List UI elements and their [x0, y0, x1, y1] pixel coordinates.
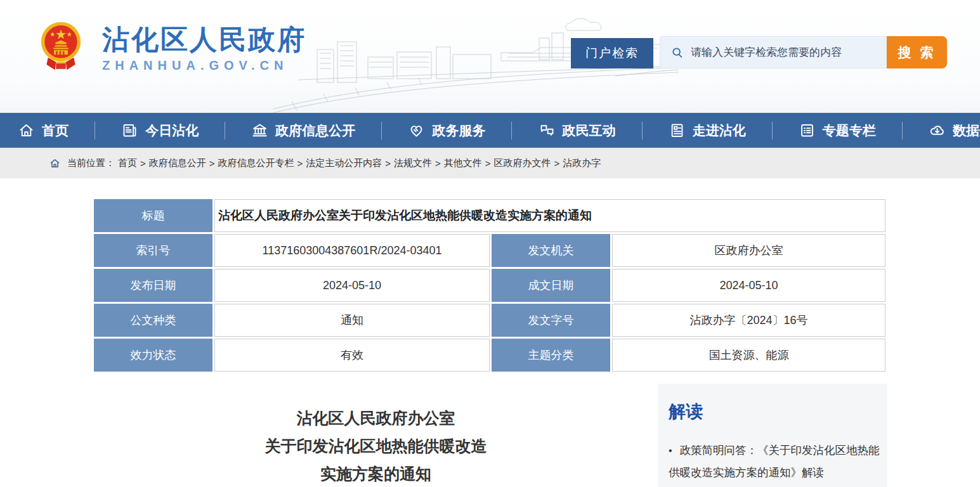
nav-item-enter-zhanhua[interactable]: 走进沾化: [669, 122, 746, 140]
breadcrumb-item-district-office-files[interactable]: 区政府办文件: [494, 157, 551, 169]
field-label-index-number: 索引号: [94, 234, 212, 267]
nav-item-label: 数据开放: [953, 122, 980, 140]
field-value-subject-category: 国土资源、能源: [612, 339, 885, 372]
interpretation-panel-title: 解读: [669, 400, 881, 423]
list-icon: [799, 122, 816, 139]
interpretation-panel: 解读 •政策简明问答：《关于印发沾化区地热能供暖改造实施方案的通知》解读: [658, 384, 887, 487]
interpretation-link[interactable]: •政策简明问答：《关于印发沾化区地热能供暖改造实施方案的通知》解读: [669, 439, 881, 483]
home-icon: [18, 122, 35, 139]
breadcrumb-separator: >: [385, 158, 391, 169]
nav-separator: [902, 122, 903, 140]
nav-item-label: 首页: [42, 122, 69, 140]
cloud-download-icon: [929, 122, 946, 139]
field-value-issuing-agency: 区政府办公室: [612, 234, 885, 267]
breadcrumb-separator: >: [485, 158, 491, 169]
nav-item-label: 走进沾化: [693, 122, 746, 140]
field-label-publish-date: 发布日期: [94, 269, 212, 302]
field-label-written-date: 成文日期: [492, 269, 610, 302]
field-value-document-number: 沾政办字〔2024〕16号: [612, 304, 885, 337]
field-value-index-number: 11371603004387601R/2024-03401: [214, 234, 490, 267]
national-emblem-icon: [36, 16, 86, 80]
handshake-heart-icon: [408, 122, 425, 139]
breadcrumb-separator: >: [140, 158, 146, 169]
nav-item-home[interactable]: 首页: [18, 122, 69, 140]
document-title-line: 关于印发沾化区地热能供暖改造: [94, 432, 658, 460]
breadcrumb-separator: >: [209, 158, 215, 169]
field-label-title: 标题: [94, 199, 212, 232]
portal-search-button[interactable]: 门户检索: [571, 38, 653, 68]
newspaper-icon: [121, 122, 138, 139]
nav-separator: [772, 122, 773, 140]
nav-item-government-info[interactable]: 政府信息公开: [251, 122, 355, 140]
nav-separator: [225, 122, 225, 140]
search-box[interactable]: [660, 36, 887, 68]
nav-item-government-services[interactable]: 政务服务: [408, 122, 485, 140]
site-title: 沾化区人民政府: [102, 23, 306, 55]
interpretation-link-text: 政策简明问答：《关于印发沾化区地热能供暖改造实施方案的通知》解读: [669, 444, 880, 479]
nav-separator: [642, 122, 643, 140]
field-label-subject-category: 主题分类: [492, 339, 610, 372]
government-building-icon: [251, 122, 268, 139]
chat-bubbles-icon: [539, 122, 556, 139]
breadcrumb-item-other-files[interactable]: 其他文件: [444, 157, 482, 169]
nav-separator: [95, 122, 95, 140]
nav-item-label: 今日沾化: [145, 122, 199, 140]
site-header: 沾化区人民政府 ZHANHUA.GOV.CN 门户检索 搜 索: [0, 0, 980, 113]
breadcrumb: 当前位置： 首页 > 政府信息公开 > 政府信息公开专栏 > 法定主动公开内容 …: [0, 148, 980, 178]
search-icon: [670, 46, 684, 60]
site-logo[interactable]: 沾化区人民政府 ZHANHUA.GOV.CN: [36, 16, 306, 80]
nav-item-open-data[interactable]: 数据开放: [929, 122, 980, 140]
nav-item-public-interaction[interactable]: 政民互动: [539, 122, 616, 140]
field-value-written-date: 2024-05-10: [612, 269, 885, 302]
document-title-line: 沾化区人民政府办公室: [94, 404, 658, 432]
document-title: 沾化区人民政府办公室 关于印发沾化区地热能供暖改造 实施方案的通知: [94, 384, 658, 487]
site-domain: ZHANHUA.GOV.CN: [102, 58, 306, 73]
table-row: 公文种类 通知 发文字号 沾政办字〔2024〕16号: [94, 304, 885, 337]
field-value-publish-date: 2024-05-10: [214, 269, 490, 302]
breadcrumb-item-statutory-disclosure[interactable]: 法定主动公开内容: [306, 157, 382, 169]
field-value-document-type: 通知: [214, 304, 490, 337]
nav-separator: [511, 122, 512, 140]
breadcrumb-prefix: 当前位置：: [67, 157, 115, 169]
breadcrumb-item-home[interactable]: 首页: [118, 157, 137, 169]
table-row: 效力状态 有效 主题分类 国土资源、能源: [94, 339, 885, 372]
nav-item-special-columns[interactable]: 专题专栏: [799, 122, 876, 140]
nav-item-today-zhanhua[interactable]: 今日沾化: [121, 122, 199, 140]
field-label-document-type: 公文种类: [94, 304, 212, 337]
table-row: 索引号 11371603004387601R/2024-03401 发文机关 区…: [94, 234, 885, 267]
nav-separator: [381, 122, 382, 140]
field-label-issuing-agency: 发文机关: [492, 234, 610, 267]
document-title-line: 实施方案的通知: [94, 460, 658, 487]
main-navigation: 首页 今日沾化 政府信息公开 政务服务 政民互动 走进沾化: [0, 113, 980, 148]
breadcrumb-item-gov-info-column[interactable]: 政府信息公开专栏: [218, 157, 294, 169]
search-input[interactable]: [691, 46, 886, 59]
breadcrumb-home-icon: [49, 158, 60, 169]
nav-item-label: 政务服务: [432, 122, 485, 140]
document-metadata-table: 标题 沾化区人民政府办公室关于印发沾化区地热能供暖改造实施方案的通知 索引号 1…: [92, 197, 887, 373]
breadcrumb-item-zhanzhengbanzi[interactable]: 沾政办字: [563, 157, 601, 169]
nav-item-label: 专题专栏: [823, 122, 876, 140]
main-content: 标题 沾化区人民政府办公室关于印发沾化区地热能供暖改造实施方案的通知 索引号 1…: [0, 178, 980, 487]
field-label-document-number: 发文字号: [492, 304, 610, 337]
breadcrumb-separator: >: [297, 158, 303, 169]
field-value-validity-status: 有效: [214, 339, 490, 372]
table-row: 发布日期 2024-05-10 成文日期 2024-05-10: [94, 269, 885, 302]
table-row: 标题 沾化区人民政府办公室关于印发沾化区地热能供暖改造实施方案的通知: [94, 199, 885, 232]
field-label-validity-status: 效力状态: [94, 339, 212, 372]
breadcrumb-item-regulations[interactable]: 法规文件: [394, 157, 432, 169]
breadcrumb-item-gov-info[interactable]: 政府信息公开: [149, 157, 206, 169]
document-icon: [669, 122, 686, 139]
search-submit-button[interactable]: 搜 索: [887, 36, 947, 68]
breadcrumb-separator: >: [435, 158, 441, 169]
nav-item-label: 政民互动: [563, 122, 616, 140]
breadcrumb-separator: >: [554, 158, 560, 169]
field-value-title: 沾化区人民政府办公室关于印发沾化区地热能供暖改造实施方案的通知: [214, 199, 885, 232]
nav-item-label: 政府信息公开: [275, 122, 355, 140]
bullet-icon: •: [669, 445, 672, 456]
